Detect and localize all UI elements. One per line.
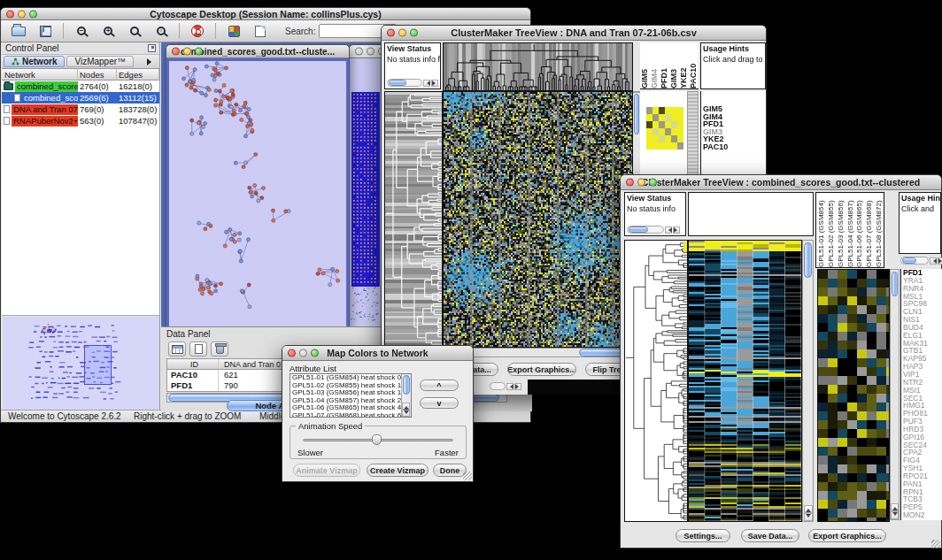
zoom-button[interactable] (195, 48, 203, 56)
scroll-left-icon[interactable] (423, 80, 430, 87)
scroll-up-icon[interactable] (804, 505, 813, 513)
zoom-button[interactable] (29, 10, 37, 18)
settings-button[interactable]: Settings... (676, 529, 730, 542)
attribute-item[interactable]: GPL51-02 (GSM855) heat shock 10 min (290, 382, 401, 390)
network-list-row[interactable]: RNAPuberNov2+563(0)107847(0) (2, 115, 159, 127)
scroll-right-icon[interactable] (938, 257, 942, 265)
tab-network[interactable]: Network (4, 56, 65, 67)
tv1-vscrollbar[interactable] (633, 91, 640, 93)
zoom-button[interactable] (649, 179, 657, 187)
view-status-scrollbar[interactable] (387, 79, 438, 87)
treeview2-titlebar[interactable]: ClusterMaker TreeView : combined_scores_… (621, 175, 941, 190)
scroll-right-icon[interactable] (431, 80, 438, 87)
close-button[interactable] (387, 29, 395, 37)
main-titlebar[interactable]: Cytoscape Desktop (Session Name: collins… (1, 8, 530, 20)
open-session-button[interactable] (8, 22, 29, 40)
scroll-right-icon[interactable] (514, 383, 521, 390)
export-graphics-button[interactable]: Export Graphics... (507, 363, 576, 376)
dialog-titlebar[interactable]: Map Colors to Network (282, 346, 473, 361)
tv2-summary-vscrollbar[interactable] (890, 269, 900, 520)
minimize-button[interactable] (18, 10, 26, 18)
tv1-column-dendrogram[interactable] (443, 42, 633, 91)
tv2-column-dendrogram[interactable] (688, 192, 814, 236)
minimize-button[interactable] (367, 48, 374, 56)
scrollbar-thumb[interactable] (804, 242, 812, 278)
move-down-button[interactable]: v (420, 397, 459, 409)
gene-label[interactable]: NIS1 (903, 316, 942, 324)
scroll-left-icon[interactable] (930, 257, 937, 265)
gene-label[interactable]: GTB1 (903, 347, 942, 355)
zoom-in-button[interactable]: + (97, 22, 119, 40)
gene-label[interactable]: PAN1 (903, 480, 942, 488)
scroll-down-icon[interactable] (402, 410, 410, 417)
gene-label[interactable]: PEP5 (903, 503, 942, 511)
gene-label[interactable]: MSL1 (903, 293, 942, 301)
minimize-button[interactable] (398, 29, 406, 37)
gene-label[interactable]: SEC1 (903, 395, 942, 403)
view-status-scrollbar[interactable] (627, 226, 680, 234)
gene-label[interactable]: FIG4 (903, 456, 942, 464)
gene-label[interactable]: SEC24 (903, 441, 942, 449)
zoom-button[interactable] (410, 29, 418, 37)
tv2-summary-heatmap[interactable] (817, 269, 890, 522)
network-list-row[interactable]: combined_sco2569(6)13112(15) (2, 92, 159, 104)
tv2-heatmap[interactable] (688, 240, 802, 522)
column-header-nodes[interactable]: Nodes (78, 69, 117, 81)
speed-slider-thumb[interactable] (372, 434, 382, 445)
save-session-button[interactable] (35, 22, 56, 40)
delete-attribute-button[interactable] (211, 341, 228, 357)
vizmapper-button[interactable] (223, 22, 244, 40)
network-list-row[interactable]: combined_scores2764(0)16218(0) (2, 81, 159, 92)
tv2-row-dendrogram[interactable] (624, 240, 688, 522)
animate-vizmap-button[interactable]: Animate Vizmap (293, 464, 360, 477)
help-button[interactable] (187, 22, 208, 40)
treeview1-titlebar[interactable]: ClusterMaker TreeView : DNA and Tran 07-… (382, 26, 766, 41)
gene-label[interactable]: YRA1 (903, 277, 942, 285)
gene-label[interactable]: VIP1 (903, 371, 942, 379)
attribute-item[interactable]: GPL51-06 (GSM865) heat shock 40 min (290, 404, 401, 412)
scroll-left-icon[interactable] (665, 226, 672, 234)
scrollbar-thumb[interactable] (892, 272, 898, 296)
tv2-heatmap-vscrollbar[interactable] (802, 240, 814, 522)
move-up-button[interactable]: ^ (420, 380, 459, 391)
gene-label[interactable]: HMG1 (903, 402, 942, 410)
minimize-button[interactable] (299, 349, 307, 357)
gene-label[interactable]: MSI1 (903, 387, 942, 395)
zoom-out-button[interactable]: − (71, 22, 92, 40)
gene-label[interactable]: PAC10 (703, 143, 765, 151)
gene-label[interactable]: BUD4 (903, 324, 942, 332)
scrollbar-thumb[interactable] (403, 375, 410, 395)
network1-view[interactable] (169, 61, 346, 327)
gene-label[interactable]: GPI16 (903, 433, 942, 441)
scrollbar-thumb[interactable] (634, 94, 639, 134)
attribute-item[interactable]: GPL51-03 (GSM856) heat shock 15 min (290, 389, 401, 397)
attribute-item[interactable]: GPL51-04 (GSM857) heat shock 20 min (290, 397, 401, 405)
float-panel-icon[interactable] (148, 44, 156, 52)
network-list-row[interactable]: DNA and Tran 07769(0)183728(0) (2, 104, 159, 115)
tv2-usage-scrollbar[interactable] (900, 257, 942, 265)
tv1-row-dendrogram[interactable] (384, 91, 443, 348)
close-button[interactable] (172, 48, 180, 56)
gene-label[interactable]: PFD1 (903, 269, 942, 277)
tv1-heatmap[interactable] (443, 91, 633, 348)
gene-label[interactable]: MON2 (903, 511, 942, 519)
network1-titlebar[interactable]: combined_scores_good.txt--cluste... (166, 45, 349, 58)
gene-label[interactable]: PHO81 (903, 410, 942, 418)
gene-label[interactable]: YSH1 (903, 464, 942, 472)
scroll-up-icon[interactable] (891, 503, 899, 511)
gene-label[interactable]: TCB3 (903, 495, 942, 503)
attribute-select-button[interactable] (168, 341, 186, 357)
gene-label[interactable]: HRD3 (903, 426, 942, 433)
gene-label[interactable]: ELG1 (903, 332, 942, 340)
column-header-id[interactable]: ID (167, 359, 219, 369)
gene-label[interactable]: RNR4 (903, 285, 942, 293)
gene-label[interactable]: RPO21 (903, 472, 942, 480)
zoom-fit-button[interactable] (124, 22, 145, 40)
birdseye-view[interactable] (3, 317, 159, 410)
gene-label[interactable]: CPA2 (903, 449, 942, 456)
tv1-mini-scrollbar[interactable] (490, 382, 521, 390)
annotation-button[interactable] (250, 22, 271, 40)
attribute-item[interactable]: GPL51-07 (GSM868) heat shock 60 min (290, 412, 401, 418)
scroll-down-icon[interactable] (804, 513, 813, 521)
zoom-selected-button[interactable]: ▫ (151, 22, 172, 40)
